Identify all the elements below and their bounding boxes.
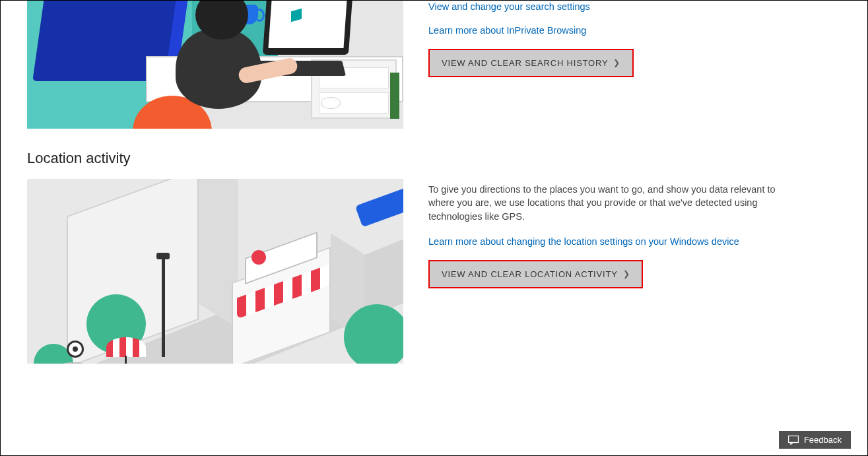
chevron-right-icon: ❯ (623, 269, 630, 278)
section-search-history: Search history Like othe (27, 1, 831, 129)
content: Search history Like othe (1, 1, 857, 455)
search-settings-link[interactable]: View and change your search settings (428, 1, 798, 12)
search-history-illustration (27, 1, 403, 129)
feedback-button[interactable]: Feedback (779, 431, 851, 449)
view-clear-search-history-button[interactable]: VIEW AND CLEAR SEARCH HISTORY ❯ (428, 49, 634, 77)
button-label: VIEW AND CLEAR SEARCH HISTORY (442, 58, 608, 68)
location-settings-link[interactable]: Learn more about changing the location s… (428, 236, 798, 247)
inprivate-browsing-link[interactable]: Learn more about InPrivate Browsing (428, 25, 798, 36)
svg-rect-0 (788, 436, 798, 442)
page-scroll[interactable]: Search history Like othe (1, 1, 857, 455)
chat-icon (788, 436, 799, 445)
section-location-activity: Location activity To give you direc (27, 150, 831, 364)
button-label: VIEW AND CLEAR LOCATION ACTIVITY (442, 269, 618, 279)
chevron-right-icon: ❯ (613, 58, 620, 67)
location-activity-description: To give you directions to the places you… (428, 183, 798, 223)
location-activity-heading: Location activity (27, 150, 831, 167)
feedback-label: Feedback (804, 435, 842, 445)
view-clear-location-activity-button[interactable]: VIEW AND CLEAR LOCATION ACTIVITY ❯ (428, 260, 643, 288)
location-activity-illustration (27, 179, 403, 364)
